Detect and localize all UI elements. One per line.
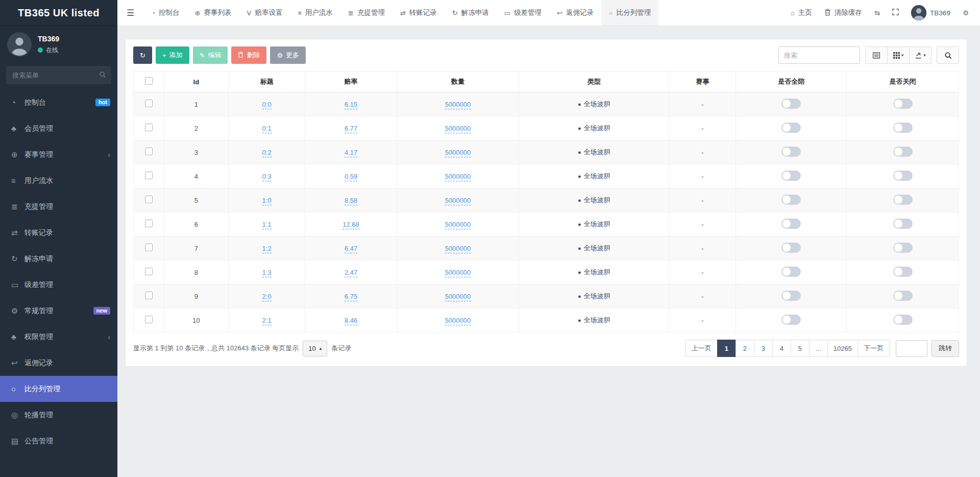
title-link[interactable]: 1:3 <box>262 269 272 277</box>
row-checkbox[interactable] <box>145 148 153 155</box>
menu-search-input[interactable] <box>6 66 111 84</box>
refresh-button[interactable]: ↻ <box>133 46 152 64</box>
tab-rebate[interactable]: ↩ 返佣记录 <box>549 0 601 26</box>
delete-button[interactable]: 删除 <box>231 46 266 64</box>
tab-matchlist[interactable]: ⊕ 赛事列表 <box>187 0 239 26</box>
detail-view-button[interactable] <box>865 46 888 64</box>
sidebar-item-userflow[interactable]: ≡ 用户流水 <box>0 168 117 194</box>
toggle-closed[interactable] <box>893 315 913 325</box>
edit-button[interactable]: ✎ 编辑 <box>193 46 228 64</box>
title-link[interactable]: 0:3 <box>262 173 272 181</box>
title-link[interactable]: 0:1 <box>262 125 272 133</box>
sidebar-item-scorelist[interactable]: ○ 比分列管理 <box>0 376 117 402</box>
sidebar-item-transfer[interactable]: ⇄ 转账记录 <box>0 220 117 246</box>
settings-button[interactable]: ⚙ <box>963 9 969 17</box>
odds-link[interactable]: 2.47 <box>345 269 357 277</box>
toggle-closed[interactable] <box>893 147 913 157</box>
page-button-5[interactable]: 5 <box>791 340 810 357</box>
toggle-closed[interactable] <box>893 243 913 253</box>
sidebar-item-rebate[interactable]: ↩ 返佣记录 <box>0 350 117 376</box>
navbar-user[interactable]: TB369 <box>911 5 950 20</box>
toggle-closed[interactable] <box>893 291 913 301</box>
sidebar-item-level[interactable]: ▭ 级差管理 <box>0 272 117 298</box>
toggle-full-comp[interactable] <box>781 243 801 253</box>
odds-link[interactable]: 6.75 <box>345 293 357 301</box>
more-button[interactable]: ⚙ 更多 <box>270 46 306 64</box>
row-checkbox[interactable] <box>145 292 153 299</box>
odds-link[interactable]: 8.58 <box>345 197 357 205</box>
toggle-full-comp[interactable] <box>781 219 801 229</box>
tab-odds[interactable]: Ⅴ 赔率设置 <box>239 0 290 26</box>
quantity-link[interactable]: 5000000 <box>445 269 471 277</box>
sidebar-item-notice[interactable]: ▤ 公告管理 <box>0 428 117 454</box>
sidebar-item-dashboard[interactable]: ◔ 控制台 hot <box>0 89 117 115</box>
quantity-link[interactable]: 5000000 <box>445 197 471 205</box>
row-checkbox[interactable] <box>145 316 153 323</box>
quantity-link[interactable]: 5000000 <box>445 173 471 181</box>
user-avatar[interactable] <box>7 32 32 57</box>
clear-cache-button[interactable]: 清除缓存 <box>824 8 862 17</box>
toggle-full-comp[interactable] <box>781 171 801 181</box>
toggle-full-comp[interactable] <box>781 195 801 205</box>
fullscreen-button[interactable] <box>892 9 899 17</box>
page-button-3[interactable]: 3 <box>754 340 773 357</box>
page-button-2[interactable]: 2 <box>736 340 754 357</box>
table-search-input[interactable] <box>778 46 860 64</box>
toggle-full-comp[interactable] <box>781 123 801 133</box>
page-button-1[interactable]: 1 <box>717 340 736 357</box>
odds-link[interactable]: 6.47 <box>345 245 357 253</box>
toggle-full-comp[interactable] <box>781 315 801 325</box>
sidebar-item-unfreeze[interactable]: ↻ 解冻申请 <box>0 246 117 272</box>
sidebar-item-deposit[interactable]: ≣ 充提管理 <box>0 194 117 220</box>
page-button-last[interactable]: 10265 <box>827 340 858 357</box>
tab-userflow[interactable]: ≡ 用户流水 <box>290 0 340 26</box>
toggle-full-comp[interactable] <box>781 147 801 157</box>
sidebar-item-carousel[interactable]: ◎ 轮播管理 <box>0 402 117 428</box>
quantity-link[interactable]: 5000000 <box>445 149 471 157</box>
row-checkbox[interactable] <box>145 268 153 275</box>
search-button[interactable] <box>937 46 959 64</box>
row-checkbox[interactable] <box>145 196 153 203</box>
title-link[interactable]: 1:2 <box>262 245 272 253</box>
select-all-checkbox[interactable] <box>145 77 153 85</box>
page-button-4[interactable]: 4 <box>772 340 791 357</box>
row-checkbox[interactable] <box>145 100 153 107</box>
page-size-select[interactable]: 10 ▴ <box>303 341 327 356</box>
jump-button[interactable]: 跳转 <box>932 340 959 357</box>
tab-transfer[interactable]: ⇄ 转账记录 <box>393 0 445 26</box>
odds-link[interactable]: 12.68 <box>342 221 359 229</box>
odds-link[interactable]: 6.15 <box>345 101 357 109</box>
quantity-link[interactable]: 5000000 <box>445 125 471 133</box>
sidebar-item-match[interactable]: ⊕ 赛事管理 ‹ <box>0 141 117 168</box>
toggle-full-comp[interactable] <box>781 291 801 301</box>
toggle-full-comp[interactable] <box>781 267 801 277</box>
columns-button[interactable]: ▾ <box>887 46 910 64</box>
toggle-closed[interactable] <box>893 99 913 109</box>
quantity-link[interactable]: 5000000 <box>445 293 471 301</box>
tab-level[interactable]: ▭ 级差管理 <box>497 0 549 26</box>
add-button[interactable]: + 添加 <box>156 46 189 64</box>
odds-link[interactable]: 0.59 <box>345 173 357 181</box>
prev-page-button[interactable]: 上一页 <box>685 340 718 357</box>
title-link[interactable]: 1:0 <box>262 197 272 205</box>
odds-link[interactable]: 8.46 <box>345 317 357 325</box>
toggle-closed[interactable] <box>893 123 913 133</box>
toggle-closed[interactable] <box>893 171 913 181</box>
toggle-closed[interactable] <box>893 195 913 205</box>
title-link[interactable]: 2:1 <box>262 317 272 325</box>
quantity-link[interactable]: 5000000 <box>445 317 471 325</box>
quantity-link[interactable]: 5000000 <box>445 245 471 253</box>
hamburger-icon[interactable]: ☰ <box>117 0 143 26</box>
sidebar-item-permission[interactable]: ♣ 权限管理 ‹ <box>0 324 117 350</box>
home-button[interactable]: ⌂ 主页 <box>791 8 812 17</box>
tab-unfreeze[interactable]: ↻ 解冻申请 <box>445 0 497 26</box>
jump-page-input[interactable] <box>896 340 927 357</box>
row-checkbox[interactable] <box>145 124 153 131</box>
tab-dashboard[interactable]: ◔ 控制台 <box>143 0 187 26</box>
sidebar-item-members[interactable]: ♣ 会员管理 <box>0 115 117 141</box>
title-link[interactable]: 2:0 <box>262 293 272 301</box>
title-link[interactable]: 0:2 <box>262 149 272 157</box>
odds-link[interactable]: 4.17 <box>345 149 357 157</box>
tab-scorelist[interactable]: ○ 比分列管理 <box>601 0 658 26</box>
reload-tab-button[interactable]: ⇆ <box>874 9 880 17</box>
